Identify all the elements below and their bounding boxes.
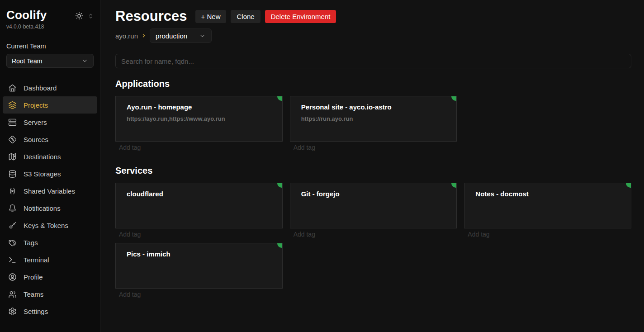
terminal-icon [8,256,17,264]
resource-fqdn: https://ayo.run,https://www.ayo.run [127,115,271,122]
layers-icon [8,101,17,109]
tags-icon [8,238,17,247]
sidebar-item-label: Destinations [24,153,61,161]
new-button[interactable]: + New [195,10,227,23]
add-tag-button[interactable]: Add tag [119,231,141,238]
chevron-down-icon [81,57,88,64]
database-icon [8,170,17,178]
resource-name: Ayo.run - homepage [127,103,271,111]
add-tag-button[interactable]: Add tag [294,231,315,238]
resource-cell-empty [464,96,631,155]
sidebar-item-settings[interactable]: Settings [3,303,97,320]
gear-icon [8,307,17,316]
add-tag-button[interactable]: Add tag [294,144,315,151]
environment-select[interactable]: production [150,28,212,43]
page-header: Resources + New Clone Delete Environment [115,8,631,24]
sidebar-item-label: Shared Variables [24,187,75,195]
resource-cell: cloudflared Add tag [115,183,283,242]
sidebar-item-label: Tags [24,239,38,247]
sidebar-item-keys-tokens[interactable]: Keys & Tokens [3,217,97,234]
resource-cell: Notes - docmost Add tag [464,183,631,242]
sidebar-item-label: Teams [24,290,43,298]
service-card-notes-docmost[interactable]: Notes - docmost [464,183,631,228]
home-icon [8,84,17,92]
team-select-value: Root Team [12,57,42,65]
resource-cell: Git - forgejo Add tag [290,183,457,242]
sidebar-item-s3-storages[interactable]: S3 Storages [3,165,97,182]
sidebar-item-label: Projects [24,101,48,109]
sidebar-item-destinations[interactable]: Destinations [3,148,97,165]
theme-toggle-sun-icon[interactable] [75,12,83,20]
status-running-indicator [626,183,631,188]
applications-grid: Ayo.run - homepage https://ayo.run,https… [115,96,631,155]
logo-row: Coolify [6,8,94,22]
resource-cell: Ayo.run - homepage https://ayo.run,https… [115,96,283,155]
status-running-indicator [277,243,282,248]
sidebar-item-teams[interactable]: Teams [3,285,97,303]
service-card-cloudflared[interactable]: cloudflared [115,183,283,228]
application-card-ayo-run-homepage[interactable]: Ayo.run - homepage https://ayo.run,https… [115,96,283,142]
services-section-title: Services [115,166,631,176]
sidebar-item-label: Settings [24,308,48,315]
team-select[interactable]: Root Team [6,54,94,68]
add-tag-button[interactable]: Add tag [468,231,489,238]
sidebar: Coolify v4.0.0-beta.418 Current Team Roo… [0,0,100,332]
git-diamond-icon [8,135,17,144]
breadcrumb: ayo.run production [115,28,631,43]
sidebar-item-shared-variables[interactable]: Shared Variables [3,182,97,199]
chevron-right-icon [141,33,147,38]
sidebar-item-tags[interactable]: Tags [3,234,97,251]
sidebar-item-label: Terminal [24,256,49,264]
services-grid: cloudflared Add tag Git - forgejo Add ta… [115,183,631,302]
service-card-pics-immich[interactable]: Pics - immich [115,243,283,289]
search-input[interactable] [115,54,631,68]
sidebar-item-label: Keys & Tokens [24,222,68,229]
resource-name: Personal site - ayco.io-astro [301,103,446,111]
resource-cell: Personal site - ayco.io-astro https://ru… [290,96,457,155]
sidebar-item-label: Sources [24,136,48,143]
add-tag-button[interactable]: Add tag [119,291,141,298]
variable-icon [8,187,17,195]
environment-select-value: production [156,32,187,40]
chevron-down-icon [199,33,206,39]
sidebar-item-label: Servers [24,119,47,126]
resource-cell: Pics - immich Add tag [115,243,283,302]
sidebar-item-sources[interactable]: Sources [3,131,97,148]
server-icon [8,118,17,127]
bell-icon [8,204,17,213]
sidebar-item-notifications[interactable]: Notifications [3,199,97,217]
resource-name: Notes - docmost [475,190,620,198]
user-circle-icon [8,273,17,281]
resource-name: cloudflared [127,190,271,198]
resource-fqdn: https://run.ayo.run [301,115,446,122]
status-running-indicator [451,96,456,101]
status-running-indicator [277,96,282,101]
sidebar-item-terminal[interactable]: Terminal [3,251,97,268]
status-running-indicator [277,183,282,188]
current-team-label: Current Team [6,43,94,50]
clone-button[interactable]: Clone [231,10,260,23]
chevrons-up-down-icon[interactable] [88,13,94,19]
delete-environment-button[interactable]: Delete Environment [265,10,336,23]
key-icon [8,221,17,230]
sidebar-item-dashboard[interactable]: Dashboard [3,79,97,96]
add-tag-button[interactable]: Add tag [119,144,141,151]
sidebar-nav: Dashboard Projects Servers [3,79,97,320]
app-version: v4.0.0-beta.418 [6,24,94,30]
service-card-git-forgejo[interactable]: Git - forgejo [290,183,457,228]
breadcrumb-project-link[interactable]: ayo.run [115,32,138,40]
sidebar-item-label: Notifications [24,204,61,212]
status-running-indicator [451,183,456,188]
main-content: Resources + New Clone Delete Environment… [100,0,644,332]
sidebar-item-label: Profile [24,273,43,281]
sidebar-item-projects[interactable]: Projects [3,96,97,114]
users-icon [8,290,17,299]
sidebar-item-profile[interactable]: Profile [3,268,97,285]
resource-name: Git - forgejo [301,190,446,198]
sidebar-item-servers[interactable]: Servers [3,114,97,131]
map-icon [8,152,17,161]
sidebar-item-label: Dashboard [24,84,57,92]
page-title: Resources [115,8,187,24]
application-card-personal-site[interactable]: Personal site - ayco.io-astro https://ru… [290,96,457,142]
sidebar-item-label: S3 Storages [24,170,61,178]
